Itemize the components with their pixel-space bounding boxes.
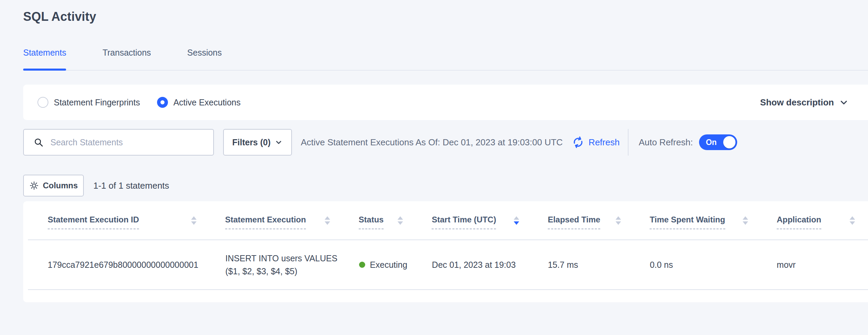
- column-header-elapsed-time[interactable]: Elapsed Time: [540, 215, 641, 229]
- gear-icon: [29, 181, 39, 190]
- cell-start-time: Dec 01, 2023 at 19:03: [424, 260, 540, 270]
- radio-circle-icon[interactable]: [157, 97, 168, 108]
- toggle-state-label: On: [706, 138, 717, 147]
- sort-arrows-icon[interactable]: [325, 216, 330, 225]
- auto-refresh-label: Auto Refresh:: [639, 137, 693, 148]
- sort-arrows-icon[interactable]: [514, 216, 519, 225]
- radio-label: Statement Fingerprints: [54, 98, 140, 107]
- as-of-timestamp: Active Statement Executions As Of: Dec 0…: [301, 137, 563, 148]
- column-header-label[interactable]: Statement Execution ID: [48, 215, 139, 229]
- controls-row: Filters (0) Active Statement Executions …: [23, 129, 737, 156]
- chevron-down-icon: [275, 138, 283, 146]
- search-icon: [33, 137, 44, 147]
- column-header-status[interactable]: Status: [351, 215, 424, 229]
- tab-sessions[interactable]: Sessions: [187, 48, 222, 70]
- search-box[interactable]: [23, 129, 214, 156]
- sort-arrows-icon[interactable]: [398, 216, 403, 225]
- radio-statement-fingerprints[interactable]: Statement Fingerprints: [37, 97, 140, 108]
- sort-arrows-icon[interactable]: [743, 216, 748, 225]
- column-header-time-spent-waiting[interactable]: Time Spent Waiting: [641, 215, 769, 229]
- results-count: 1-1 of 1 statements: [93, 180, 169, 191]
- show-description-button[interactable]: Show description: [760, 97, 849, 108]
- column-header-start-time[interactable]: Start Time (UTC): [423, 215, 539, 229]
- sort-arrows-icon[interactable]: [191, 216, 197, 225]
- cell-elapsed-time: 15.7 ms: [540, 260, 641, 270]
- column-header-label[interactable]: Application: [777, 215, 821, 229]
- tab-bar: Statements Transactions Sessions: [23, 48, 868, 71]
- table-controls-row: Columns 1-1 of 1 statements: [23, 175, 169, 196]
- cell-statement-execution[interactable]: INSERT INTO users VALUES ($1, $2, $3, $4…: [217, 252, 351, 278]
- sort-arrows-icon[interactable]: [850, 216, 855, 225]
- refresh-label: Refresh: [589, 137, 620, 148]
- filters-button[interactable]: Filters (0): [223, 129, 292, 156]
- tab-transactions[interactable]: Transactions: [103, 48, 151, 70]
- refresh-icon: [572, 136, 585, 149]
- columns-button[interactable]: Columns: [23, 175, 84, 196]
- filters-label: Filters (0): [232, 137, 271, 147]
- sort-arrows-icon[interactable]: [616, 216, 621, 225]
- auto-refresh-toggle[interactable]: On: [699, 134, 737, 150]
- cell-application: movr: [769, 260, 868, 270]
- show-description-label: Show description: [760, 97, 834, 108]
- vertical-divider: [628, 129, 629, 156]
- table-row[interactable]: 179cca7921e679b80000000000000001 INSERT …: [28, 240, 868, 290]
- columns-label: Columns: [43, 181, 78, 190]
- table-header-row: Statement Execution ID Statement Executi…: [28, 201, 868, 240]
- radio-circle-icon[interactable]: [37, 97, 48, 108]
- radio-label: Active Executions: [173, 98, 241, 107]
- radio-active-executions[interactable]: Active Executions: [157, 97, 241, 108]
- status-label: Executing: [370, 260, 407, 270]
- column-header-statement-execution[interactable]: Statement Execution: [217, 215, 351, 229]
- column-header-application[interactable]: Application: [769, 215, 868, 229]
- column-header-label[interactable]: Statement Execution: [225, 215, 306, 229]
- cell-status: Executing: [351, 260, 424, 270]
- column-header-label[interactable]: Elapsed Time: [548, 215, 600, 229]
- statements-table-card: Statement Execution ID Statement Executi…: [23, 201, 868, 302]
- status-dot-icon: [359, 262, 365, 268]
- column-header-label[interactable]: Status: [359, 215, 384, 229]
- tab-statements[interactable]: Statements: [23, 48, 66, 70]
- page-title: SQL Activity: [23, 10, 96, 24]
- search-input[interactable]: [50, 137, 200, 147]
- cell-time-spent-waiting: 0.0 ns: [641, 260, 769, 270]
- column-header-statement-execution-id[interactable]: Statement Execution ID: [28, 215, 217, 229]
- column-header-label[interactable]: Time Spent Waiting: [650, 215, 725, 229]
- refresh-button[interactable]: Refresh: [572, 136, 620, 149]
- chevron-down-icon: [839, 97, 849, 107]
- column-header-label[interactable]: Start Time (UTC): [432, 215, 496, 229]
- view-mode-radio-group: Statement Fingerprints Active Executions: [37, 97, 760, 108]
- toggle-knob[interactable]: [723, 136, 735, 148]
- view-mode-card: Statement Fingerprints Active Executions…: [23, 85, 868, 120]
- cell-statement-execution-id[interactable]: 179cca7921e679b80000000000000001: [28, 260, 217, 270]
